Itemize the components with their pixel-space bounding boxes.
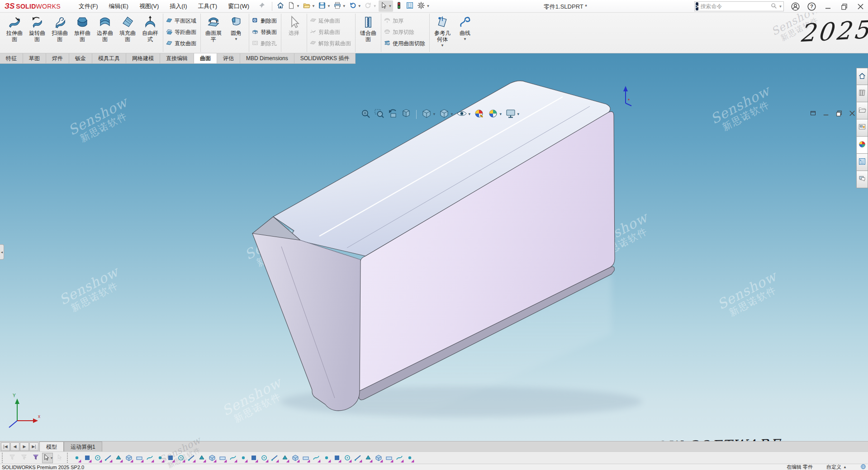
chevron-down-icon[interactable]: ▼	[50, 456, 53, 460]
chevron-down-icon[interactable]: ▼	[234, 37, 238, 41]
chevron-down-icon[interactable]: ▼	[427, 4, 430, 8]
menu-item-2[interactable]: 视图(V)	[134, 0, 164, 13]
chevron-down-icon[interactable]: ▼	[342, 4, 346, 8]
home-button[interactable]	[275, 0, 285, 12]
model-tab-nav-first[interactable]: |◀	[1, 442, 10, 451]
menu-item-0[interactable]: 文件(F)	[73, 0, 104, 13]
snap-pin-button[interactable]	[332, 453, 342, 463]
zoom-area-button[interactable]	[373, 108, 385, 121]
ribbon-button-surf-revolve[interactable]: 旋转曲面	[26, 14, 48, 51]
taskpane-tab-solidworks-resources[interactable]	[856, 68, 868, 85]
zoom-fit-button[interactable]	[360, 108, 371, 121]
menu-item-4[interactable]: 工具(T)	[193, 0, 223, 13]
viewport-frame-button[interactable]	[809, 109, 817, 117]
snap-plane-button[interactable]	[123, 453, 134, 463]
chevron-down-icon[interactable]: ▼	[499, 112, 503, 116]
snap-counter-button[interactable]	[259, 453, 269, 463]
ribbon-button-planar[interactable]: 平面区域	[165, 15, 199, 27]
tab-4[interactable]: 模具工具	[92, 53, 126, 63]
search-input[interactable]	[700, 3, 770, 9]
taskpane-tab-view-palette[interactable]	[856, 119, 868, 137]
snap-magnifier-button[interactable]	[269, 453, 280, 463]
view-settings-button[interactable]: ▼	[505, 108, 521, 121]
ribbon-button-surf-sweep[interactable]: 扫描曲面	[48, 14, 71, 51]
snap-point-button[interactable]	[71, 453, 82, 463]
tab-2[interactable]: 焊件	[46, 53, 69, 63]
ribbon-button-flatten[interactable]: 曲面展平	[202, 14, 225, 51]
tab-9[interactable]: MBD Dimensions	[240, 53, 294, 63]
chevron-down-icon[interactable]: ▼	[441, 43, 444, 47]
featuremanager-collapse-tab[interactable]: ◂	[0, 244, 4, 260]
view-orientation-button[interactable]: ▼	[421, 108, 436, 121]
model-tab-nav-last[interactable]: ▶|	[29, 442, 38, 451]
tab-0[interactable]: 特征	[0, 53, 23, 63]
snap-measure-button[interactable]	[290, 453, 300, 463]
3d-viewport[interactable]: * Y x Senshow新思诺软件Senshow新思诺软件Senshow新思诺…	[0, 53, 868, 441]
chevron-down-icon[interactable]: ▼	[389, 4, 392, 8]
snap-angle-button[interactable]	[300, 453, 311, 463]
taskpane-tab-custom-properties[interactable]	[856, 154, 868, 171]
section-view-button[interactable]	[400, 108, 412, 121]
snap-layout-button[interactable]	[228, 453, 238, 463]
model-tab-0[interactable]: 模型	[39, 442, 64, 451]
snap-intersection-button[interactable]	[103, 453, 113, 463]
select-button[interactable]: ▼	[379, 0, 393, 12]
snap-midpoint-button[interactable]	[82, 453, 92, 463]
snap-pie-button[interactable]	[352, 453, 363, 463]
ribbon-button-fillet[interactable]: 圆角▼	[225, 14, 247, 51]
taskpane-tab-file-explorer[interactable]	[856, 102, 868, 119]
ribbon-button-surf-extrude[interactable]: 拉伸曲面	[3, 14, 26, 51]
previous-view-button[interactable]	[387, 108, 398, 121]
model-tab-nav-previous[interactable]: ◀	[10, 442, 19, 451]
snap-spline-button[interactable]	[155, 453, 165, 463]
model-tab-1[interactable]: 运动算例1	[64, 442, 102, 451]
undo-button[interactable]: ▼	[348, 0, 362, 12]
menu-item-1[interactable]: 编辑(E)	[104, 0, 134, 13]
help-icon[interactable]: ?	[806, 1, 816, 11]
snap-hatch-button[interactable]	[238, 453, 248, 463]
ribbon-button-refgeo[interactable]: 参考几何体▼	[431, 14, 454, 51]
tab-6[interactable]: 直接编辑	[160, 53, 194, 63]
snap-push-right-button[interactable]	[373, 453, 384, 463]
select-tool-button[interactable]: ▼	[42, 453, 53, 463]
close-button[interactable]	[855, 1, 865, 11]
tab-8[interactable]: 评估	[217, 53, 240, 63]
ribbon-button-surfcut[interactable]: 使用曲面切除	[383, 38, 428, 49]
snap-flag-left-button[interactable]	[394, 453, 404, 463]
ribbon-button-ruled[interactable]: 直纹曲面	[165, 38, 199, 49]
viewport-minimize-button[interactable]	[822, 109, 830, 117]
snap-label-button[interactable]	[342, 453, 352, 463]
snap-palette-button[interactable]	[384, 453, 394, 463]
snap-target-button[interactable]	[217, 453, 228, 463]
ribbon-button-offset[interactable]: 等距曲面	[165, 27, 199, 38]
snap-frame-button[interactable]	[186, 453, 196, 463]
options-list-button[interactable]	[405, 0, 415, 12]
new-document-button[interactable]: ▼	[286, 0, 301, 12]
ribbon-button-surf-freeform[interactable]: 自由样式	[139, 14, 161, 51]
snap-center-button[interactable]	[92, 453, 103, 463]
snap-root-button[interactable]	[248, 453, 259, 463]
snap-axis-button[interactable]	[207, 453, 217, 463]
model-tab-nav-next[interactable]: ▶	[20, 442, 29, 451]
ribbon-button-surf-loft[interactable]: 放样曲面	[71, 14, 94, 51]
tab-3[interactable]: 钣金	[69, 53, 92, 63]
snap-section-button[interactable]	[321, 453, 332, 463]
tab-5[interactable]: 网格建模	[126, 53, 160, 63]
snap-text-button[interactable]	[280, 453, 290, 463]
save-button[interactable]: ▼	[317, 0, 332, 12]
pin-menu-icon[interactable]	[258, 2, 266, 10]
chevron-down-icon[interactable]: ▼	[358, 4, 361, 8]
settings-gear-button[interactable]: ▼	[416, 0, 431, 12]
tab-1[interactable]: 草图	[23, 53, 46, 63]
tab-7[interactable]: 曲面	[194, 53, 217, 63]
snap-surface-button[interactable]	[165, 453, 175, 463]
toolbar-drag-handle[interactable]	[2, 453, 5, 463]
search-submit[interactable]: ▼	[770, 2, 782, 11]
snap-box-button[interactable]	[134, 453, 144, 463]
chevron-down-icon[interactable]: ▼	[373, 4, 377, 8]
ribbon-button-delface[interactable]: 删除面	[251, 15, 280, 27]
globe-icon[interactable]	[860, 464, 866, 470]
chevron-down-icon[interactable]: ▼	[463, 37, 467, 41]
customize-menu[interactable]: 自定义 ▲	[826, 464, 847, 470]
viewport-restore-button[interactable]	[835, 109, 843, 117]
